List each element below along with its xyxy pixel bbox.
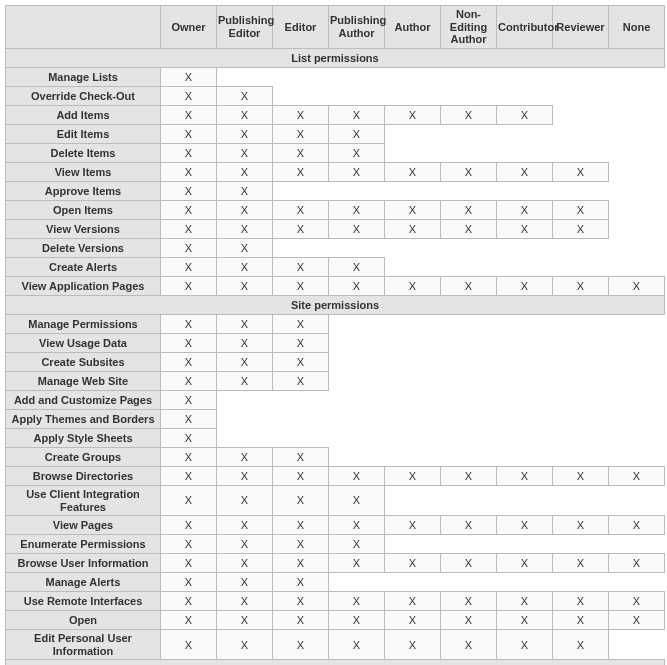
permission-name: Manage Web Site	[6, 371, 161, 390]
grant-cell: X	[385, 200, 441, 219]
grant-cell: X	[161, 124, 217, 143]
grant-cell: X	[161, 390, 217, 409]
grant-cell: X	[497, 592, 553, 611]
grant-cell	[609, 485, 665, 515]
grant-cell: X	[217, 485, 273, 515]
grant-cell: X	[385, 592, 441, 611]
grant-cell: X	[273, 162, 329, 181]
grant-cell	[385, 535, 441, 554]
grant-cell	[553, 143, 609, 162]
grant-cell: X	[497, 105, 553, 124]
permission-name: Override Check-Out	[6, 86, 161, 105]
grant-cell	[385, 573, 441, 592]
grant-cell	[497, 314, 553, 333]
table-row: View Usage DataXXX	[6, 333, 665, 352]
grant-cell: X	[161, 257, 217, 276]
grant-cell: X	[329, 105, 385, 124]
grant-cell	[553, 573, 609, 592]
grant-cell	[609, 200, 665, 219]
table-row: Enumerate PermissionsXXXX	[6, 535, 665, 554]
grant-cell	[329, 181, 385, 200]
grant-cell	[329, 314, 385, 333]
grant-cell	[497, 257, 553, 276]
grant-cell: X	[161, 181, 217, 200]
role-header: Contributor	[497, 6, 553, 49]
grant-cell: X	[441, 200, 497, 219]
grant-cell	[329, 86, 385, 105]
grant-cell	[497, 333, 553, 352]
grant-cell	[497, 238, 553, 257]
grant-cell: X	[217, 105, 273, 124]
permission-name: Add Items	[6, 105, 161, 124]
grant-cell: X	[329, 535, 385, 554]
grant-cell: X	[609, 276, 665, 295]
grant-cell	[609, 143, 665, 162]
grant-cell	[497, 409, 553, 428]
grant-cell: X	[161, 428, 217, 447]
grant-cell: X	[161, 276, 217, 295]
grant-cell	[385, 257, 441, 276]
corner-cell	[6, 6, 161, 49]
permission-name: Browse Directories	[6, 466, 161, 485]
permission-name: Open Items	[6, 200, 161, 219]
table-row: Add and Customize PagesX	[6, 390, 665, 409]
grant-cell	[385, 143, 441, 162]
grant-cell	[385, 238, 441, 257]
section-header: Personal permissions	[6, 660, 665, 665]
grant-cell	[385, 86, 441, 105]
grant-cell	[553, 352, 609, 371]
grant-cell	[553, 181, 609, 200]
grant-cell: X	[441, 466, 497, 485]
grant-cell: X	[497, 466, 553, 485]
role-header: Owner	[161, 6, 217, 49]
grant-cell	[385, 314, 441, 333]
grant-cell: X	[161, 447, 217, 466]
grant-cell	[553, 333, 609, 352]
table-row: Use Remote InterfacesXXXXXXXXX	[6, 592, 665, 611]
grant-cell: X	[273, 466, 329, 485]
grant-cell: X	[553, 466, 609, 485]
grant-cell: X	[273, 592, 329, 611]
grant-cell: X	[217, 611, 273, 630]
grant-cell: X	[329, 554, 385, 573]
permission-name: Approve Items	[6, 181, 161, 200]
grant-cell: X	[217, 276, 273, 295]
grant-cell	[441, 573, 497, 592]
grant-cell: X	[553, 611, 609, 630]
grant-cell: X	[273, 143, 329, 162]
permission-name: Manage Permissions	[6, 314, 161, 333]
grant-cell: X	[441, 162, 497, 181]
permission-name: Browse User Information	[6, 554, 161, 573]
permission-name: Delete Versions	[6, 238, 161, 257]
grant-cell: X	[217, 86, 273, 105]
grant-cell: X	[553, 592, 609, 611]
table-row: Override Check-OutXX	[6, 86, 665, 105]
grant-cell: X	[329, 200, 385, 219]
grant-cell: X	[441, 554, 497, 573]
grant-cell	[497, 67, 553, 86]
grant-cell: X	[329, 219, 385, 238]
grant-cell	[553, 409, 609, 428]
grant-cell: X	[553, 630, 609, 660]
grant-cell	[329, 409, 385, 428]
grant-cell: X	[329, 143, 385, 162]
grant-cell: X	[217, 219, 273, 238]
grant-cell: X	[273, 535, 329, 554]
grant-cell	[441, 409, 497, 428]
grant-cell	[441, 447, 497, 466]
table-row: Manage PermissionsXXX	[6, 314, 665, 333]
grant-cell	[385, 67, 441, 86]
grant-cell	[441, 314, 497, 333]
table-row: Manage Web SiteXXX	[6, 371, 665, 390]
grant-cell: X	[329, 257, 385, 276]
grant-cell: X	[217, 466, 273, 485]
grant-cell	[553, 428, 609, 447]
grant-cell: X	[273, 352, 329, 371]
grant-cell: X	[497, 630, 553, 660]
grant-cell: X	[385, 162, 441, 181]
grant-cell: X	[273, 611, 329, 630]
grant-cell: X	[273, 276, 329, 295]
grant-cell	[385, 409, 441, 428]
grant-cell	[609, 447, 665, 466]
role-header: Publishing Editor	[217, 6, 273, 49]
